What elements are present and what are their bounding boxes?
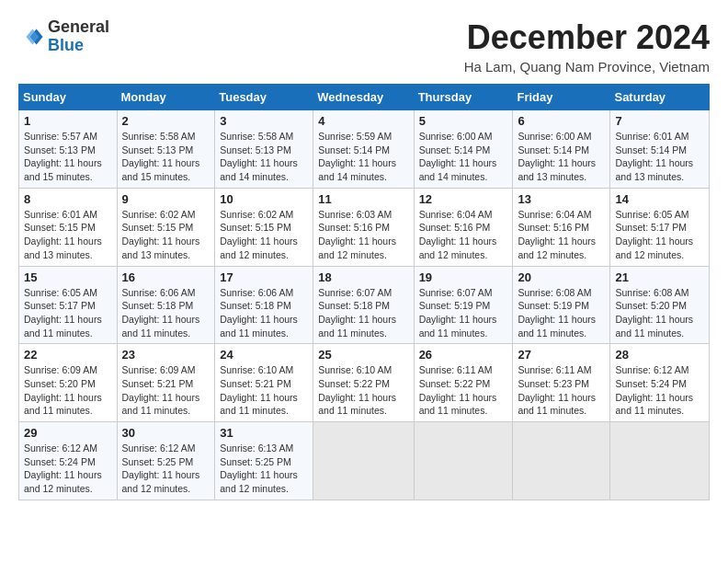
calendar-cell: 27Sunrise: 6:11 AMSunset: 5:23 PMDayligh… bbox=[513, 344, 610, 422]
header-saturday: Saturday bbox=[610, 85, 710, 110]
calendar-week-row: 22Sunrise: 6:09 AMSunset: 5:20 PMDayligh… bbox=[19, 344, 710, 422]
calendar-cell bbox=[414, 422, 513, 500]
day-number: 14 bbox=[615, 192, 704, 206]
day-detail: Sunrise: 6:04 AMSunset: 5:16 PMDaylight:… bbox=[518, 208, 605, 262]
day-detail: Sunrise: 5:58 AMSunset: 5:13 PMDaylight:… bbox=[220, 130, 308, 184]
calendar-cell bbox=[610, 422, 710, 500]
day-number: 25 bbox=[318, 348, 408, 362]
day-number: 21 bbox=[615, 270, 704, 284]
day-detail: Sunrise: 6:00 AMSunset: 5:14 PMDaylight:… bbox=[518, 130, 605, 184]
day-detail: Sunrise: 6:01 AMSunset: 5:14 PMDaylight:… bbox=[615, 130, 704, 184]
calendar-cell: 2Sunrise: 5:58 AMSunset: 5:13 PMDaylight… bbox=[117, 110, 215, 189]
day-number: 16 bbox=[122, 270, 210, 284]
calendar-cell bbox=[313, 422, 414, 500]
logo-icon bbox=[18, 24, 44, 50]
day-number: 29 bbox=[24, 426, 112, 440]
logo-general: General bbox=[48, 18, 109, 37]
calendar-cell: 26Sunrise: 6:11 AMSunset: 5:22 PMDayligh… bbox=[414, 344, 513, 422]
calendar-cell: 10Sunrise: 6:02 AMSunset: 5:15 PMDayligh… bbox=[215, 188, 313, 266]
day-number: 5 bbox=[419, 114, 508, 128]
day-detail: Sunrise: 6:12 AMSunset: 5:24 PMDaylight:… bbox=[24, 442, 112, 496]
logo-blue: Blue bbox=[48, 37, 109, 55]
day-number: 8 bbox=[24, 192, 112, 206]
header-thursday: Thursday bbox=[414, 85, 513, 110]
day-detail: Sunrise: 6:09 AMSunset: 5:21 PMDaylight:… bbox=[122, 363, 210, 418]
day-detail: Sunrise: 6:04 AMSunset: 5:16 PMDaylight:… bbox=[419, 208, 508, 262]
logo-text: General Blue bbox=[48, 18, 109, 55]
header: General Blue December 2024 Ha Lam, Quang… bbox=[18, 18, 710, 75]
day-detail: Sunrise: 6:08 AMSunset: 5:19 PMDaylight:… bbox=[518, 286, 605, 340]
calendar-cell: 1Sunrise: 5:57 AMSunset: 5:13 PMDaylight… bbox=[19, 110, 118, 189]
day-number: 7 bbox=[615, 114, 704, 128]
calendar-week-row: 29Sunrise: 6:12 AMSunset: 5:24 PMDayligh… bbox=[19, 422, 710, 500]
day-detail: Sunrise: 5:58 AMSunset: 5:13 PMDaylight:… bbox=[122, 130, 210, 184]
header-wednesday: Wednesday bbox=[313, 85, 414, 110]
day-number: 4 bbox=[318, 114, 408, 128]
calendar-cell: 29Sunrise: 6:12 AMSunset: 5:24 PMDayligh… bbox=[19, 422, 118, 500]
calendar-cell: 14Sunrise: 6:05 AMSunset: 5:17 PMDayligh… bbox=[610, 188, 710, 266]
day-detail: Sunrise: 6:12 AMSunset: 5:25 PMDaylight:… bbox=[122, 442, 210, 496]
day-detail: Sunrise: 6:03 AMSunset: 5:16 PMDaylight:… bbox=[318, 208, 408, 262]
day-number: 30 bbox=[122, 426, 210, 440]
calendar-cell: 3Sunrise: 5:58 AMSunset: 5:13 PMDaylight… bbox=[215, 110, 313, 189]
calendar-cell: 8Sunrise: 6:01 AMSunset: 5:15 PMDaylight… bbox=[19, 188, 118, 266]
calendar-week-row: 8Sunrise: 6:01 AMSunset: 5:15 PMDaylight… bbox=[19, 188, 710, 266]
calendar-cell: 28Sunrise: 6:12 AMSunset: 5:24 PMDayligh… bbox=[610, 344, 710, 422]
day-detail: Sunrise: 6:07 AMSunset: 5:18 PMDaylight:… bbox=[318, 286, 408, 340]
calendar-cell: 20Sunrise: 6:08 AMSunset: 5:19 PMDayligh… bbox=[513, 266, 610, 344]
day-number: 12 bbox=[419, 192, 508, 206]
day-number: 2 bbox=[122, 114, 210, 128]
day-detail: Sunrise: 6:01 AMSunset: 5:15 PMDaylight:… bbox=[24, 208, 112, 262]
header-tuesday: Tuesday bbox=[215, 85, 313, 110]
calendar-cell: 31Sunrise: 6:13 AMSunset: 5:25 PMDayligh… bbox=[215, 422, 313, 500]
day-detail: Sunrise: 6:05 AMSunset: 5:17 PMDaylight:… bbox=[615, 208, 704, 262]
calendar-cell: 22Sunrise: 6:09 AMSunset: 5:20 PMDayligh… bbox=[19, 344, 118, 422]
day-number: 23 bbox=[122, 348, 210, 362]
calendar-cell: 25Sunrise: 6:10 AMSunset: 5:22 PMDayligh… bbox=[313, 344, 414, 422]
calendar-week-row: 15Sunrise: 6:05 AMSunset: 5:17 PMDayligh… bbox=[19, 266, 710, 344]
calendar-cell: 12Sunrise: 6:04 AMSunset: 5:16 PMDayligh… bbox=[414, 188, 513, 266]
day-number: 1 bbox=[24, 114, 112, 128]
calendar-cell: 15Sunrise: 6:05 AMSunset: 5:17 PMDayligh… bbox=[19, 266, 118, 344]
day-detail: Sunrise: 6:06 AMSunset: 5:18 PMDaylight:… bbox=[220, 286, 308, 340]
day-detail: Sunrise: 6:06 AMSunset: 5:18 PMDaylight:… bbox=[122, 286, 210, 340]
title-area: December 2024 Ha Lam, Quang Nam Province… bbox=[464, 18, 710, 75]
calendar-header-row: SundayMondayTuesdayWednesdayThursdayFrid… bbox=[19, 85, 710, 110]
day-detail: Sunrise: 6:12 AMSunset: 5:24 PMDaylight:… bbox=[615, 363, 704, 418]
month-title: December 2024 bbox=[464, 18, 710, 57]
logo: General Blue bbox=[18, 18, 109, 55]
header-friday: Friday bbox=[513, 85, 610, 110]
day-number: 18 bbox=[318, 270, 408, 284]
day-detail: Sunrise: 6:11 AMSunset: 5:23 PMDaylight:… bbox=[518, 363, 605, 418]
day-number: 31 bbox=[220, 426, 308, 440]
day-detail: Sunrise: 6:02 AMSunset: 5:15 PMDaylight:… bbox=[122, 208, 210, 262]
calendar-cell: 21Sunrise: 6:08 AMSunset: 5:20 PMDayligh… bbox=[610, 266, 710, 344]
day-number: 28 bbox=[615, 348, 704, 362]
calendar-table: SundayMondayTuesdayWednesdayThursdayFrid… bbox=[18, 84, 710, 500]
calendar-cell: 16Sunrise: 6:06 AMSunset: 5:18 PMDayligh… bbox=[117, 266, 215, 344]
calendar-cell: 7Sunrise: 6:01 AMSunset: 5:14 PMDaylight… bbox=[610, 110, 710, 189]
calendar-cell: 6Sunrise: 6:00 AMSunset: 5:14 PMDaylight… bbox=[513, 110, 610, 189]
calendar-cell: 19Sunrise: 6:07 AMSunset: 5:19 PMDayligh… bbox=[414, 266, 513, 344]
location: Ha Lam, Quang Nam Province, Vietnam bbox=[464, 59, 710, 75]
calendar-cell: 17Sunrise: 6:06 AMSunset: 5:18 PMDayligh… bbox=[215, 266, 313, 344]
day-number: 3 bbox=[220, 114, 308, 128]
day-detail: Sunrise: 6:10 AMSunset: 5:21 PMDaylight:… bbox=[220, 363, 308, 418]
calendar-week-row: 1Sunrise: 5:57 AMSunset: 5:13 PMDaylight… bbox=[19, 110, 710, 189]
day-detail: Sunrise: 6:00 AMSunset: 5:14 PMDaylight:… bbox=[419, 130, 508, 184]
day-number: 10 bbox=[220, 192, 308, 206]
header-sunday: Sunday bbox=[19, 85, 118, 110]
day-number: 20 bbox=[518, 270, 605, 284]
day-detail: Sunrise: 6:10 AMSunset: 5:22 PMDaylight:… bbox=[318, 363, 408, 418]
calendar-cell: 11Sunrise: 6:03 AMSunset: 5:16 PMDayligh… bbox=[313, 188, 414, 266]
day-detail: Sunrise: 6:02 AMSunset: 5:15 PMDaylight:… bbox=[220, 208, 308, 262]
calendar-cell: 30Sunrise: 6:12 AMSunset: 5:25 PMDayligh… bbox=[117, 422, 215, 500]
header-monday: Monday bbox=[117, 85, 215, 110]
day-detail: Sunrise: 6:05 AMSunset: 5:17 PMDaylight:… bbox=[24, 286, 112, 340]
day-number: 26 bbox=[419, 348, 508, 362]
day-number: 9 bbox=[122, 192, 210, 206]
day-number: 11 bbox=[318, 192, 408, 206]
calendar-cell: 4Sunrise: 5:59 AMSunset: 5:14 PMDaylight… bbox=[313, 110, 414, 189]
day-detail: Sunrise: 5:59 AMSunset: 5:14 PMDaylight:… bbox=[318, 130, 408, 184]
calendar-cell bbox=[513, 422, 610, 500]
